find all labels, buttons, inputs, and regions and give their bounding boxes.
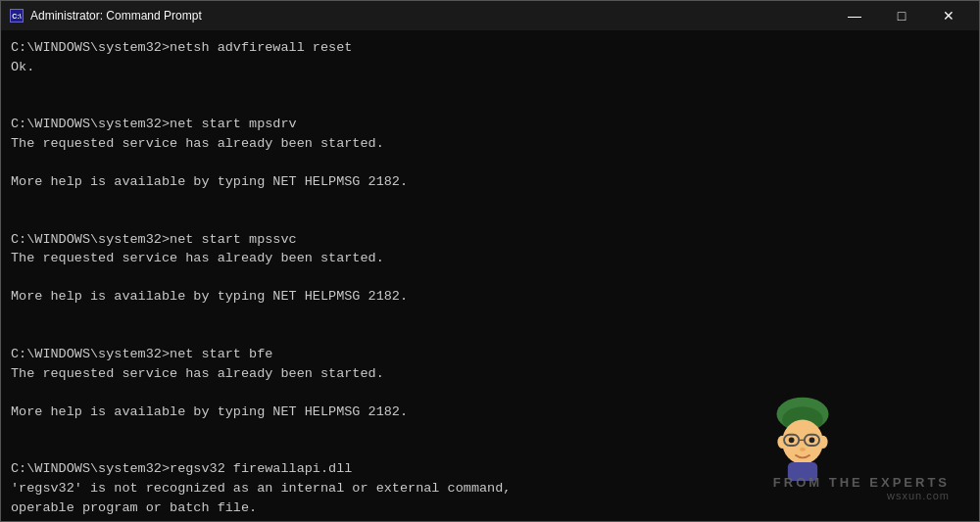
- terminal-line: The requested service has already been s…: [11, 364, 969, 384]
- window-controls: — □ ✕: [832, 1, 971, 30]
- cmd-icon: C:\: [10, 9, 24, 23]
- terminal-line: Ok.: [11, 58, 969, 77]
- terminal-line: [11, 192, 969, 212]
- watermark-source: wsxun.com: [887, 490, 950, 501]
- watermark-text: FROM THE EXPERTS: [773, 475, 950, 490]
- window-title: Administrator: Command Prompt: [30, 9, 832, 23]
- maximize-button[interactable]: □: [879, 1, 924, 30]
- close-button[interactable]: ✕: [926, 1, 971, 30]
- minimize-button[interactable]: —: [832, 1, 877, 30]
- terminal-line: C:\WINDOWS\system32>netsh advfirewall re…: [11, 38, 969, 58]
- terminal-line: [11, 96, 969, 116]
- terminal-line: [11, 153, 969, 172]
- terminal-line: [11, 76, 969, 96]
- app-icon: C:\: [9, 8, 24, 24]
- terminal-line: [11, 307, 969, 326]
- terminal-line: More help is available by typing NET HEL…: [11, 287, 969, 307]
- svg-point-8: [789, 438, 795, 444]
- terminal-line: [11, 268, 969, 288]
- terminal-line: [11, 517, 969, 521]
- terminal-line: The requested service has already been s…: [11, 249, 969, 268]
- terminal-line: C:\WINDOWS\system32>net start bfe: [11, 345, 969, 364]
- mascot-image: [763, 394, 842, 482]
- window: C:\ Administrator: Command Prompt — □ ✕ …: [0, 0, 980, 522]
- svg-point-9: [809, 438, 815, 444]
- terminal-body[interactable]: C:\WINDOWS\system32>netsh advfirewall re…: [1, 30, 979, 521]
- terminal-line: The requested service has already been s…: [11, 134, 969, 154]
- terminal-line: [11, 211, 969, 230]
- titlebar: C:\ Administrator: Command Prompt — □ ✕: [1, 1, 979, 30]
- terminal-line: C:\WINDOWS\system32>net start mpsdrv: [11, 115, 969, 134]
- terminal-line: C:\WINDOWS\system32>net start mpssvc: [11, 230, 969, 250]
- svg-point-10: [800, 448, 806, 451]
- watermark: FROM THE EXPERTS wsxun.com: [773, 475, 950, 501]
- terminal-line: More help is available by typing NET HEL…: [11, 172, 969, 192]
- terminal-line: [11, 325, 969, 345]
